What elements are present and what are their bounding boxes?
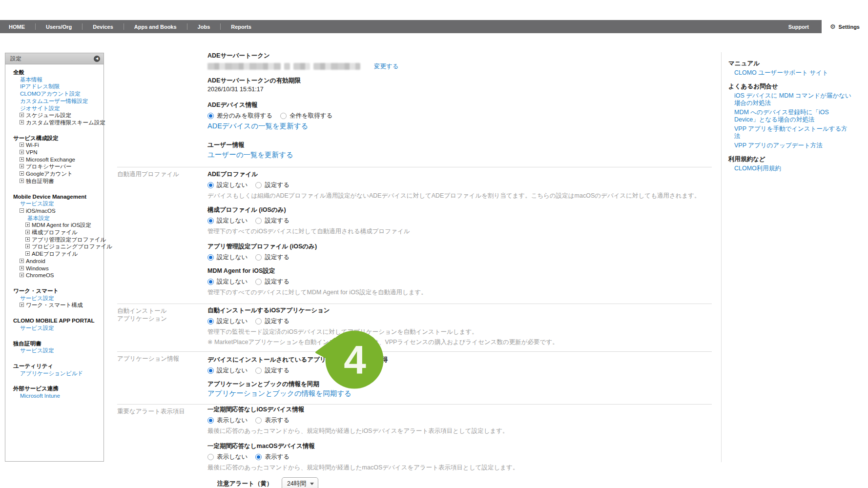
collapse-icon[interactable] <box>20 208 24 213</box>
nav-devices[interactable]: Devices <box>83 20 124 33</box>
radio-set-label[interactable]: 設定する <box>265 253 289 262</box>
radio-not-set[interactable] <box>207 254 214 261</box>
sidebar-tree-mdm-agent-ios[interactable]: MDM Agent for iOS設定 <box>5 222 103 229</box>
radio-not-show-label[interactable]: 表示しない <box>217 453 248 461</box>
sidebar-tree-provisioning-profile[interactable]: プロビジョニングプロファイル <box>5 243 103 250</box>
radio-set[interactable] <box>255 254 262 261</box>
radio-get-all[interactable] <box>280 113 287 119</box>
expand-icon[interactable] <box>25 223 30 227</box>
radio-set[interactable] <box>255 318 262 325</box>
faq-link-vpp-update[interactable]: VPP アプリのアップデート方法 <box>734 142 853 150</box>
radio-diff-only[interactable] <box>207 113 214 119</box>
sidebar-tree-wifi[interactable]: Wi-Fi <box>5 142 103 149</box>
expand-icon[interactable] <box>20 150 24 154</box>
expand-icon[interactable] <box>20 171 24 176</box>
sidebar-link-basic-info[interactable]: 基本情報 <box>5 76 103 83</box>
sidebar-tree-custom-permission-scheme[interactable]: カスタム管理権限スキーム設定 <box>5 119 103 126</box>
nav-support[interactable]: Support <box>776 20 822 33</box>
nav-jobs[interactable]: Jobs <box>187 20 221 33</box>
expand-icon[interactable] <box>25 251 30 256</box>
radio-not-set[interactable] <box>207 218 214 224</box>
radio-show-label[interactable]: 表示する <box>265 453 289 461</box>
radio-not-show[interactable] <box>207 454 214 460</box>
expand-icon[interactable] <box>25 237 30 242</box>
faq-link-mdm-command[interactable]: iOS デバイスに MDM コマンドが届かない場合の対処法 <box>734 92 853 107</box>
expand-icon[interactable] <box>20 142 24 147</box>
sidebar-tree-vpn[interactable]: VPN <box>5 149 103 156</box>
update-ade-device-list-link[interactable]: ADEデバイスの一覧を更新する <box>207 122 712 130</box>
sidebar-tree-worksmart-config[interactable]: ワーク・スマート構成 <box>5 302 103 309</box>
radio-set[interactable] <box>255 182 262 188</box>
radio-show-label[interactable]: 表示する <box>265 416 289 425</box>
expand-icon[interactable] <box>20 266 24 270</box>
expand-icon[interactable] <box>20 303 24 307</box>
sidebar-link-portal-service[interactable]: サービス設定 <box>5 325 103 332</box>
radio-diff-only-label[interactable]: 差分のみを取得する <box>217 112 272 120</box>
sidebar-tree-windows[interactable]: Windows <box>5 265 103 272</box>
sidebar-tree-config-profile[interactable]: 構成プロファイル <box>5 229 103 236</box>
radio-set-label[interactable]: 設定する <box>265 278 289 286</box>
clomo-support-site-link[interactable]: CLOMO ユーザーサポート サイト <box>734 69 853 77</box>
radio-set-label[interactable]: 設定する <box>265 366 289 375</box>
sidebar-link-custom-user-info[interactable]: カスタムユーザー情報設定 <box>5 98 103 105</box>
radio-set[interactable] <box>255 279 262 285</box>
sidebar-link-application-build[interactable]: アプリケーションビルド <box>5 370 103 377</box>
radio-not-set-label[interactable]: 設定しない <box>217 317 248 325</box>
expand-icon[interactable] <box>20 179 24 183</box>
radio-set-label[interactable]: 設定する <box>265 181 289 189</box>
radio-not-set[interactable] <box>207 367 214 374</box>
faq-link-vpp-manual-install[interactable]: VPP アプリを手動でインストールする方法 <box>734 125 853 141</box>
sidebar-tree-own-certificate[interactable]: 独自証明書 <box>5 178 103 185</box>
radio-show[interactable] <box>255 454 262 460</box>
radio-not-set-label[interactable]: 設定しない <box>217 278 248 286</box>
radio-not-set-label[interactable]: 設定しない <box>217 253 248 262</box>
sidebar-link-ip-restriction[interactable]: IPアドレス制限 <box>5 83 103 90</box>
expand-icon[interactable] <box>25 244 30 248</box>
expand-icon[interactable] <box>20 157 24 162</box>
radio-set[interactable] <box>255 367 262 374</box>
faq-link-ios-device-registration[interactable]: MDM へのデバイス登録時に「iOS Device」となる場合の対処法 <box>734 109 853 124</box>
radio-show[interactable] <box>255 417 262 424</box>
radio-not-set[interactable] <box>207 318 214 325</box>
sidebar-tree-ade-profile[interactable]: ADEプロファイル <box>5 250 103 258</box>
sidebar-link-worksmart-service[interactable]: サービス設定 <box>5 295 103 302</box>
radio-not-set[interactable] <box>207 182 214 188</box>
nav-home[interactable]: HOME <box>0 20 35 33</box>
sidebar-tree-microsoft-exchange[interactable]: Microsoft Exchange <box>5 156 103 163</box>
radio-not-set-label[interactable]: 設定しない <box>217 366 248 375</box>
sidebar-tree-ios-macos[interactable]: iOS/macOS <box>5 207 103 215</box>
sidebar-link-microsoft-intune[interactable]: Microsoft Intune <box>5 392 103 400</box>
radio-not-show[interactable] <box>207 417 214 424</box>
expand-icon[interactable] <box>20 164 24 168</box>
expand-icon[interactable] <box>25 230 30 234</box>
sidebar-link-basic-settings[interactable]: 基本設定 <box>5 215 103 222</box>
radio-get-all-label[interactable]: 全件を取得する <box>289 112 332 120</box>
sidebar-link-mdm-service-settings[interactable]: サービス設定 <box>5 200 103 207</box>
expand-icon[interactable] <box>20 259 24 263</box>
nav-users-org[interactable]: Users/Org <box>36 20 82 33</box>
sidebar-tree-app-management-profile[interactable]: アプリ管理設定プロファイル <box>5 236 103 244</box>
sidebar-tree-chromeos[interactable]: ChromeOS <box>5 272 103 279</box>
sync-apps-books-link[interactable]: アプリケーションとブックの情報を同期する <box>207 389 712 398</box>
nav-apps-and-books[interactable]: Apps and Books <box>124 20 187 33</box>
radio-not-show-label[interactable]: 表示しない <box>217 416 248 425</box>
caution-alert-select[interactable]: 24時間 <box>282 477 318 488</box>
nav-reports[interactable]: Reports <box>221 20 262 33</box>
radio-set[interactable] <box>255 218 262 224</box>
expand-icon[interactable] <box>20 113 24 117</box>
sidebar-link-certificate-service[interactable]: サービス設定 <box>5 347 103 354</box>
radio-not-set-label[interactable]: 設定しない <box>217 217 248 225</box>
clomo-terms-link[interactable]: CLOMO利用規約 <box>734 165 853 173</box>
radio-not-set[interactable] <box>207 279 214 285</box>
expand-icon[interactable] <box>20 273 24 277</box>
change-token-link[interactable]: 変更する <box>374 62 399 71</box>
collapse-sidebar-button[interactable]: ◀ <box>94 56 100 62</box>
expand-icon[interactable] <box>20 120 24 124</box>
sidebar-link-clomo-account[interactable]: CLOMOアカウント設定 <box>5 90 103 98</box>
radio-set-label[interactable]: 設定する <box>265 217 289 225</box>
sidebar-tree-schedule[interactable]: スケジュール設定 <box>5 112 103 119</box>
nav-settings-tab[interactable]: ⚙ Settings <box>822 20 868 33</box>
sidebar-link-geosite[interactable]: ジオサイト設定 <box>5 105 103 112</box>
update-user-list-link[interactable]: ユーザーの一覧を更新する <box>207 151 712 159</box>
sidebar-tree-proxy-server[interactable]: プロキシサーバー <box>5 163 103 170</box>
